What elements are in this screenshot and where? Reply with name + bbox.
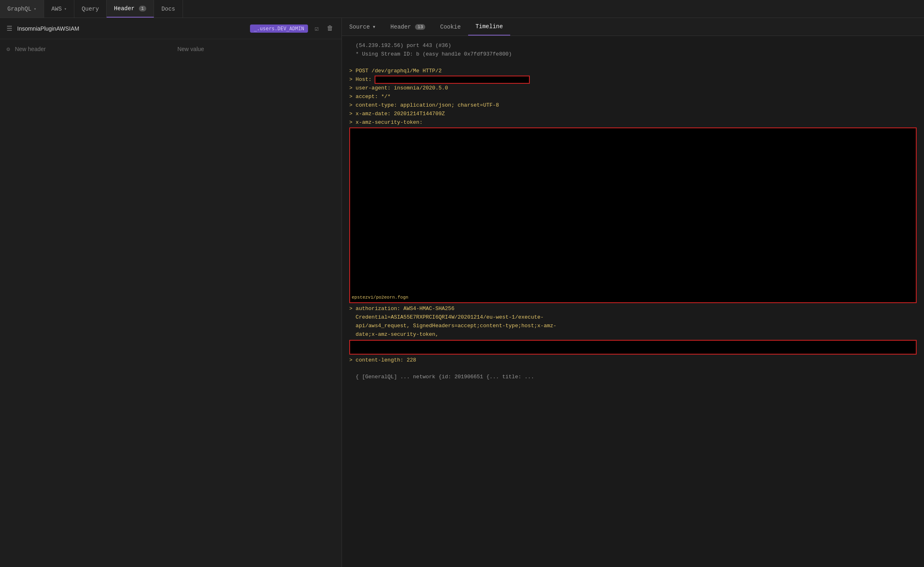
nav-label-graphql: GraphQL — [7, 6, 31, 12]
right-nav-cookie[interactable]: Cookie — [433, 18, 468, 36]
header-badge: 1 — [139, 6, 147, 11]
nav-item-header[interactable]: Header 1 — [107, 0, 154, 18]
code-line-amzdate: > x-amz-date: 20201214T144709Z — [349, 110, 917, 118]
plugin-name: InsomniaPluginAWSIAM — [17, 25, 245, 32]
main-layout: ☰ InsomniaPluginAWSIAM _.users.DEV_ADMIN… — [0, 18, 924, 567]
code-line-security-token-label: > x-amz-security-token: — [349, 118, 917, 127]
tag-pill[interactable]: _.users.DEV_ADMIN — [250, 25, 308, 33]
new-header-row: ⚙ — [0, 39, 341, 59]
code-line-blank2 — [349, 364, 917, 373]
right-nav-timeline-label: Timeline — [475, 23, 503, 30]
new-value-input[interactable] — [177, 46, 335, 52]
code-line-contentlength: > content-length: 228 — [349, 356, 917, 365]
nav-label-query: Query — [82, 6, 99, 12]
nav-item-graphql[interactable]: GraphQL ▾ — [0, 0, 44, 18]
auth-bottom-box — [349, 340, 917, 355]
delete-icon[interactable]: 🗑 — [325, 23, 335, 34]
right-nav: Source ▾ Header 13 Cookie Timeline — [342, 18, 924, 36]
code-line-2: * Using Stream ID: b (easy handle 0x7fdf… — [349, 50, 917, 59]
header-row: ☰ InsomniaPluginAWSIAM _.users.DEV_ADMIN… — [0, 18, 341, 39]
new-header-input[interactable] — [15, 46, 172, 52]
nav-item-docs[interactable]: Docs — [154, 0, 183, 18]
nav-label-docs: Docs — [161, 6, 175, 12]
checkbox-icon[interactable]: ☑ — [313, 23, 320, 34]
code-line-1: (54.239.192.56) port 443 (#36) — [349, 42, 917, 50]
code-line-graphql: { [GeneralQL] ... network {id: 201906651… — [349, 373, 917, 382]
code-line-useragent: > user-agent: insomnia/2020.5.0 — [349, 84, 917, 93]
right-header-badge: 13 — [415, 24, 425, 30]
nav-label-header: Header — [114, 5, 134, 12]
code-line-accept: > accept: */* — [349, 93, 917, 101]
right-nav-timeline[interactable]: Timeline — [468, 18, 510, 36]
code-line-blank1 — [349, 59, 917, 67]
host-value-box — [375, 76, 530, 84]
code-line-contenttype: > content-type: application/json; charse… — [349, 101, 917, 110]
right-nav-source-label: Source — [349, 24, 370, 30]
source-dropdown-arrow: ▾ — [372, 23, 375, 30]
right-nav-header-label: Header — [391, 24, 411, 30]
right-nav-source[interactable]: Source ▾ — [342, 18, 383, 36]
security-token-content: epstezv1/po2eorn.fogn — [352, 295, 408, 301]
graphql-dropdown-arrow: ▾ — [34, 7, 36, 11]
aws-dropdown-arrow: ▾ — [64, 7, 67, 11]
code-line-api: api/aws4_request, SignedHeaders=accept;c… — [349, 322, 917, 330]
nav-label-aws: AWS — [51, 6, 62, 12]
right-nav-header[interactable]: Header 13 — [383, 18, 433, 36]
right-panel: Source ▾ Header 13 Cookie Timeline (54.2… — [342, 18, 924, 567]
code-line-post: > POST /dev/graphql/Me HTTP/2 — [349, 67, 917, 76]
code-line-credential: Credential=ASIA55E7RXPRCI6QRI4W/20201214… — [349, 313, 917, 322]
gear-icon[interactable]: ⚙ — [7, 46, 10, 53]
left-panel: ☰ InsomniaPluginAWSIAM _.users.DEV_ADMIN… — [0, 18, 342, 567]
code-line-auth: > authorization: AWS4-HMAC-SHA256 — [349, 305, 917, 313]
right-nav-cookie-label: Cookie — [440, 24, 460, 30]
code-line-date-token: date;x-amz-security-token, — [349, 330, 917, 339]
nav-item-aws[interactable]: AWS ▾ — [44, 0, 74, 18]
top-nav: GraphQL ▾ AWS ▾ Query Header 1 Docs — [0, 0, 924, 18]
nav-item-query[interactable]: Query — [74, 0, 107, 18]
security-token-block: epstezv1/po2eorn.fogn — [349, 127, 917, 303]
code-area: (54.239.192.56) port 443 (#36) * Using S… — [342, 36, 924, 567]
code-line-host: > Host: — [349, 76, 917, 84]
menu-icon[interactable]: ☰ — [7, 25, 12, 33]
